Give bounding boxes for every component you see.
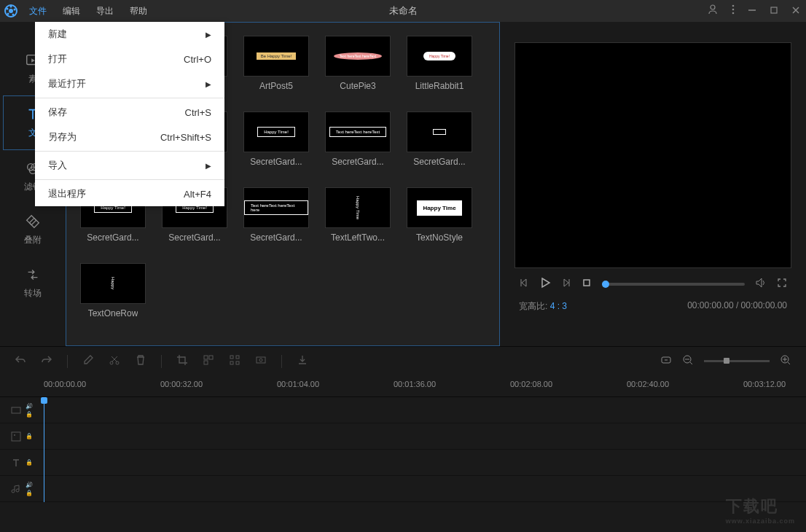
more-icon[interactable] [732,4,735,17]
zoom-handle[interactable] [724,358,729,364]
library-thumbnail[interactable]: Happy Time! [243,112,309,152]
menu-file[interactable]: 文件 [22,2,54,20]
library-thumbnail[interactable]: Text hereText hereText [325,36,391,77]
library-item[interactable]: HappyTextOneRow [77,263,149,318]
library-thumbnail[interactable]: Text hereText hereText here [243,187,309,228]
svg-rect-49 [12,407,20,413]
library-thumbnail[interactable]: Be Happy Time! [243,36,309,77]
zoom-out-icon[interactable] [682,354,694,369]
volume-icon[interactable]: 🔊 [26,482,33,488]
fit-icon[interactable] [660,354,672,369]
library-thumbnail[interactable]: Happy Time [407,187,472,228]
chevron-right-icon: ▶ [206,80,211,88]
menu-saveas[interactable]: 另存为Ctrl+Shift+S [35,125,224,149]
svg-point-1 [9,9,13,13]
library-item-label: CutePie3 [340,81,375,91]
audio-track-icon [11,484,21,494]
export-icon[interactable] [297,354,308,369]
svg-rect-32 [209,356,213,359]
maximize-icon[interactable] [770,4,778,17]
library-thumbnail[interactable]: Happy [80,263,146,304]
stop-icon[interactable] [582,278,592,291]
menu-exit[interactable]: 退出程序Alt+F4 [35,181,224,206]
text-track[interactable]: 🔒 [0,450,806,476]
playhead[interactable] [44,397,44,502]
ratio-value[interactable]: 4 : 3 [550,301,567,311]
library-item[interactable]: Happy Time!SecretGard... [240,112,313,167]
menu-recent[interactable]: 最近打开▶ [35,71,224,96]
svg-point-7 [711,5,715,9]
video-track-icon [11,405,21,415]
library-item[interactable]: Text hereText hereTextCutePie3 [321,36,394,91]
menu-export[interactable]: 导出 [89,2,121,20]
svg-rect-12 [771,7,777,13]
lock-icon[interactable]: 🔒 [26,490,33,496]
menubar: 文件 编辑 导出 帮助 [22,2,154,20]
close-icon[interactable] [791,4,800,17]
library-item[interactable]: Happy TimeTextNoStyle [403,187,476,243]
seek-handle[interactable] [602,281,609,288]
prev-frame-icon[interactable] [519,278,529,291]
edit-icon[interactable] [82,354,94,369]
delete-icon[interactable] [135,354,146,369]
user-icon[interactable] [707,4,719,18]
timeline-ruler[interactable]: 00:00:00.0000:00:32.0000:01:04.0000:01:3… [0,375,806,397]
audio-track[interactable]: 🔊🔒 [0,476,806,502]
lock-icon[interactable]: 🔒 [26,459,33,466]
ruler-tick: 00:01:04.00 [277,380,319,388]
play-icon[interactable] [539,277,551,292]
sidebar-item-transition[interactable]: 转场 [0,257,66,310]
menu-import[interactable]: 导入▶ [35,153,224,178]
svg-point-29 [110,361,113,364]
ruler-tick: 00:00:32.00 [160,380,203,388]
library-item[interactable]: Happy Time!LittleRabbit1 [403,36,476,91]
mosaic-icon[interactable] [203,354,214,369]
library-item[interactable]: Text hereText hereText hereSecretGard... [240,187,313,243]
library-thumbnail[interactable] [407,112,472,152]
undo-icon[interactable] [15,354,26,369]
preview-panel: 宽高比: 4 : 3 00:00:00.00 / 00:00:00.00 [500,22,806,346]
cut-icon[interactable] [109,354,120,369]
svg-line-46 [788,362,790,364]
library-item-label: TextOneRow [88,308,138,318]
library-item-label: LittleRabbit1 [415,81,464,91]
volume-icon[interactable] [755,277,767,292]
crop-icon[interactable] [176,354,188,369]
sidebar-item-overlay[interactable]: 叠附 [0,203,66,257]
svg-point-51 [14,434,15,436]
library-item[interactable]: Happy TimeTextLeftTwo... [321,187,394,243]
zoom-in-icon[interactable] [780,354,791,369]
menu-help[interactable]: 帮助 [122,2,154,20]
library-item[interactable]: Be Happy Time!ArtPost5 [240,36,313,91]
library-item[interactable]: Text hereText hereTextSecretGard... [321,112,394,167]
grid-icon[interactable] [229,354,240,369]
menu-open[interactable]: 打开Ctrl+O [35,47,224,71]
volume-icon[interactable]: 🔊 [26,403,33,410]
fullscreen-icon[interactable] [777,278,787,291]
zoom-slider[interactable] [704,360,770,362]
menu-save[interactable]: 保存Ctrl+S [35,100,224,125]
video-track[interactable]: 🔊🔒 [0,397,806,423]
ruler-tick: 00:03:12.00 [743,380,786,388]
next-frame-icon[interactable] [561,278,571,291]
library-thumbnail[interactable]: Happy Time! [407,36,472,77]
minimize-icon[interactable] [748,4,756,17]
redo-icon[interactable] [41,354,52,369]
seek-slider[interactable] [602,283,745,286]
lock-icon[interactable]: 🔒 [26,433,33,439]
freeze-icon[interactable] [255,354,267,369]
toolbar-separator [161,355,162,368]
preview-canvas[interactable] [514,42,791,268]
menu-edit[interactable]: 编辑 [55,2,87,20]
library-item-label: ArtPost5 [259,81,293,91]
svg-rect-37 [236,361,239,364]
titlebar: 文件 编辑 导出 帮助 未命名 [0,0,806,22]
library-item[interactable]: SecretGard... [403,112,476,167]
library-thumbnail[interactable]: Happy Time [325,187,391,228]
image-track[interactable]: 🔒 [0,423,806,450]
library-thumbnail[interactable]: Text hereText hereText [325,112,391,152]
lock-icon[interactable]: 🔒 [26,411,33,418]
svg-marker-25 [564,279,568,286]
library-item-label: SecretGard... [413,157,465,167]
menu-new[interactable]: 新建▶ [35,22,224,47]
